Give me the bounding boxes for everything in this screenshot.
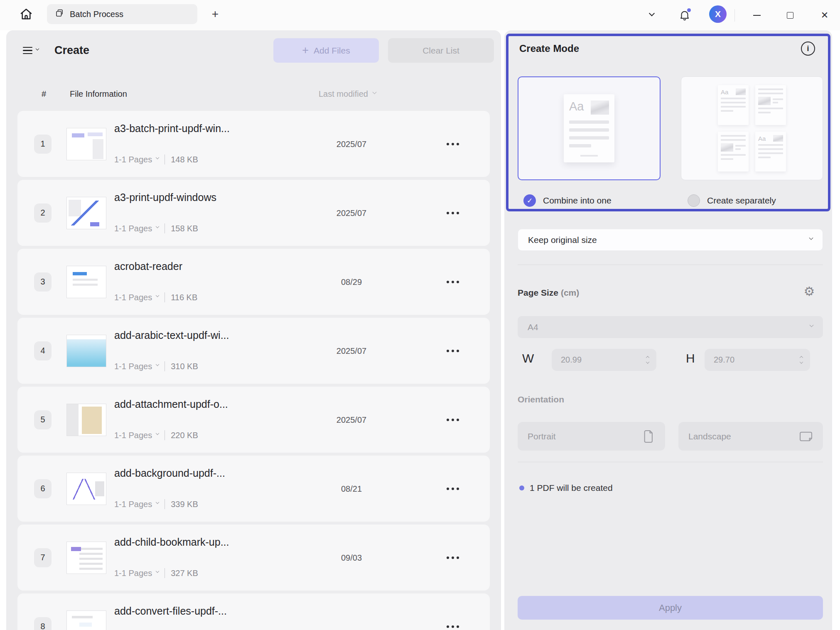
row-index-badge: 2 bbox=[34, 203, 52, 223]
row-more-button[interactable] bbox=[440, 212, 465, 214]
file-thumbnail bbox=[66, 128, 106, 160]
add-files-button[interactable]: + Add Files bbox=[273, 38, 379, 63]
height-stepper[interactable]: 29.70 bbox=[705, 349, 810, 371]
radio-create-separately[interactable]: Create separately bbox=[688, 194, 776, 208]
pages-dropdown[interactable]: 1-1 Pages bbox=[114, 500, 159, 509]
pages-dropdown[interactable]: 1-1 Pages bbox=[114, 224, 159, 233]
page-size-label: Page Size (cm) bbox=[518, 288, 579, 298]
avatar[interactable]: X bbox=[709, 5, 727, 23]
new-tab-button[interactable]: + bbox=[207, 5, 224, 23]
minimize-button[interactable] bbox=[748, 0, 766, 30]
meta-divider bbox=[165, 223, 165, 233]
clear-list-button[interactable]: Clear List bbox=[388, 38, 494, 63]
chevron-down-icon bbox=[649, 10, 655, 16]
portrait-page-icon bbox=[643, 429, 655, 444]
home-icon bbox=[19, 6, 34, 24]
file-row[interactable]: 3 acrobat-reader 1-1 Pages 116 KB 08/29 bbox=[17, 249, 490, 315]
file-name: a3-batch-print-updf-win... bbox=[114, 123, 230, 135]
single-document-illustration: Aa bbox=[564, 94, 614, 162]
file-size: 220 KB bbox=[171, 431, 198, 440]
size-mode-select[interactable]: Keep original size bbox=[518, 229, 823, 251]
maximize-icon bbox=[787, 12, 793, 19]
pages-dropdown[interactable]: 1-1 Pages bbox=[114, 293, 159, 302]
pages-label: 1-1 Pages bbox=[114, 431, 152, 440]
mode-card-combine-into-one[interactable]: Aa bbox=[518, 76, 661, 180]
width-stepper[interactable]: 20.99 bbox=[552, 349, 656, 371]
last-modified-value: 2025/07 bbox=[327, 208, 376, 218]
info-icon: i bbox=[807, 44, 809, 53]
landscape-button[interactable]: Landscape bbox=[678, 422, 823, 451]
chevron-down-icon bbox=[156, 363, 159, 366]
window-dropdown-button[interactable] bbox=[643, 0, 661, 30]
chevron-down-icon bbox=[646, 360, 649, 363]
chevron-up-icon bbox=[800, 356, 803, 359]
file-row[interactable]: 4 add-arabic-text-updf-wi... 1-1 Pages 3… bbox=[17, 318, 490, 384]
landscape-label: Landscape bbox=[688, 431, 731, 441]
pages-label: 1-1 Pages bbox=[114, 362, 152, 371]
chevron-down-icon bbox=[156, 569, 159, 573]
close-button[interactable]: ✕ bbox=[815, 0, 834, 30]
menu-button[interactable] bbox=[23, 47, 39, 54]
height-value: 29.70 bbox=[714, 355, 734, 365]
radio-combine-into-one[interactable]: ✓ Combine into one bbox=[523, 194, 612, 208]
status-row: 1 PDF will be created bbox=[519, 483, 613, 493]
file-meta: 1-1 Pages 310 KB bbox=[114, 361, 198, 371]
chevron-down-icon bbox=[156, 156, 159, 159]
info-button[interactable]: i bbox=[801, 42, 815, 56]
portrait-button[interactable]: Portrait bbox=[518, 422, 665, 451]
table-header: # File Information Last modified bbox=[17, 88, 490, 100]
paper-preset-select[interactable]: A4 bbox=[518, 316, 823, 338]
row-more-button[interactable] bbox=[440, 488, 465, 490]
last-modified-value: 2025/07 bbox=[327, 139, 376, 149]
file-row[interactable]: 7 add-child-bookmark-up... 1-1 Pages 327… bbox=[17, 525, 490, 591]
pages-label: 1-1 Pages bbox=[114, 293, 152, 302]
row-more-button[interactable] bbox=[440, 281, 465, 283]
row-more-button[interactable] bbox=[440, 143, 465, 145]
home-button[interactable] bbox=[18, 6, 34, 24]
paper-preset-value: A4 bbox=[528, 322, 538, 332]
meta-divider bbox=[165, 361, 165, 371]
divider bbox=[518, 265, 823, 265]
bell-icon bbox=[678, 9, 691, 22]
pages-dropdown[interactable]: 1-1 Pages bbox=[114, 362, 159, 371]
file-row[interactable]: 6 add-background-updf-... 1-1 Pages 339 … bbox=[17, 456, 490, 522]
width-label: W bbox=[522, 351, 534, 365]
file-row[interactable]: 5 add-attachment-updf-o... 1-1 Pages 220… bbox=[17, 387, 490, 453]
column-index: # bbox=[42, 89, 46, 99]
pages-dropdown[interactable]: 1-1 Pages bbox=[114, 431, 159, 440]
row-more-button[interactable] bbox=[440, 350, 465, 352]
meta-divider bbox=[165, 154, 165, 164]
sort-last-modified[interactable]: Last modified bbox=[319, 89, 376, 99]
file-thumbnail bbox=[66, 473, 106, 505]
last-modified-value: 08/21 bbox=[327, 484, 376, 493]
notifications-button[interactable] bbox=[675, 0, 694, 30]
file-size: 116 KB bbox=[171, 293, 197, 302]
row-index-badge: 1 bbox=[34, 135, 52, 154]
file-meta: 1-1 Pages 220 KB bbox=[114, 430, 198, 440]
close-icon: ✕ bbox=[821, 11, 828, 20]
status-dot-icon bbox=[519, 485, 524, 490]
row-index-badge: 5 bbox=[34, 410, 52, 429]
file-row[interactable]: 1 a3-batch-print-updf-win... 1-1 Pages 1… bbox=[17, 111, 490, 177]
mode-card-create-separately[interactable]: Aa Aa bbox=[681, 76, 823, 180]
last-modified-value: 08/29 bbox=[327, 277, 376, 287]
row-more-button[interactable] bbox=[440, 419, 465, 421]
row-index-badge: 3 bbox=[34, 272, 52, 292]
chevron-up-icon bbox=[646, 356, 649, 359]
file-row[interactable]: 2 a3-print-updf-windows 1-1 Pages 158 KB… bbox=[17, 180, 490, 246]
tab-batch-process[interactable]: Batch Process bbox=[47, 4, 197, 24]
maximize-button[interactable] bbox=[781, 0, 799, 30]
page-size-settings-button[interactable]: ⚙ bbox=[801, 283, 818, 299]
page-size-unit: (cm) bbox=[561, 288, 579, 297]
file-size: 148 KB bbox=[171, 155, 198, 164]
pages-label: 1-1 Pages bbox=[114, 500, 152, 509]
row-more-button[interactable] bbox=[440, 556, 465, 559]
status-text: 1 PDF will be created bbox=[530, 483, 613, 493]
pages-dropdown[interactable]: 1-1 Pages bbox=[114, 569, 159, 578]
file-list-panel: Create + Add Files Clear List # File Inf… bbox=[6, 30, 501, 630]
pages-dropdown[interactable]: 1-1 Pages bbox=[114, 155, 159, 164]
apply-button[interactable]: Apply bbox=[518, 596, 823, 620]
row-more-button[interactable] bbox=[440, 625, 465, 628]
file-row[interactable]: 8 add-convert-files-updf-... bbox=[17, 593, 490, 630]
gear-icon: ⚙ bbox=[804, 284, 815, 299]
